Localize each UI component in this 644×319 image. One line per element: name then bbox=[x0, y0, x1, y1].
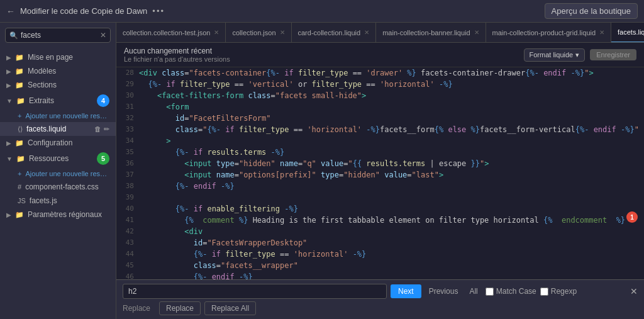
tree-label: Extraits bbox=[29, 96, 93, 105]
folder-icon: 📁 bbox=[16, 155, 25, 163]
tab-facets-liquid[interactable]: facets.liquid ✕ bbox=[611, 23, 644, 43]
replace-label: Replace bbox=[123, 304, 155, 313]
sidebar-search: 🔍 ✕ bbox=[0, 23, 116, 48]
sidebar-item-mise-en-page[interactable]: ▶ 📁 Mise en page bbox=[0, 50, 116, 64]
format-label: Format liquide bbox=[530, 51, 574, 59]
tab-close-icon[interactable]: ✕ bbox=[364, 29, 369, 36]
code-line: 37 <input name="options[prefix]" type="h… bbox=[116, 169, 644, 181]
no-changes-title: Aucun changement récent bbox=[124, 47, 230, 55]
tree-label: Ajouter une nouvelle ressource du... bbox=[25, 170, 109, 177]
code-line: 41 {% comment %} Heading is the first ta… bbox=[116, 215, 644, 226]
replace-all-button[interactable]: Replace All bbox=[204, 301, 256, 315]
tab-collection-test[interactable]: collection.collection-test.json ✕ bbox=[116, 23, 226, 43]
chevron-icon: ▼ bbox=[6, 155, 13, 162]
top-bar-left: ← Modifier le code de Copie de Dawn ••• bbox=[6, 6, 540, 16]
regexp-label[interactable]: Regexp bbox=[540, 287, 577, 296]
previous-button[interactable]: Previous bbox=[425, 284, 462, 298]
sidebar-item-parametres[interactable]: ▶ 📁 Paramètres régionaux bbox=[0, 208, 116, 221]
code-line: 30 <facet-filters-form class="facets sma… bbox=[116, 90, 644, 101]
tree-label: Modèles bbox=[28, 67, 109, 76]
search-input[interactable] bbox=[21, 31, 97, 40]
sidebar-item-add-resource-2[interactable]: + Ajouter une nouvelle ressource du... bbox=[0, 167, 116, 180]
edit-file-button[interactable]: ✏ bbox=[104, 125, 109, 133]
save-button[interactable]: Enregistrer bbox=[590, 49, 636, 60]
tab-label: collection.collection-test.json bbox=[123, 29, 210, 36]
tree-label: facets.liquid bbox=[26, 125, 91, 133]
tree-label: facets.js bbox=[30, 196, 109, 205]
folder-icon: 📁 bbox=[15, 211, 24, 219]
extraits-badge: 4 bbox=[97, 94, 109, 107]
tab-label: main-collection-product-grid.liquid bbox=[492, 29, 596, 36]
folder-icon: 📁 bbox=[15, 81, 24, 89]
preview-button[interactable]: Aperçu de la boutique bbox=[545, 3, 638, 19]
replace-row: Replace Replace Replace All bbox=[123, 301, 638, 315]
code-line: 34 > bbox=[116, 135, 644, 147]
tab-close-icon[interactable]: ✕ bbox=[474, 29, 479, 36]
code-line: 45 class="facets__wrapper" bbox=[116, 260, 644, 271]
no-versions-subtitle: Le fichier n'a pas d'autres versions bbox=[124, 55, 230, 63]
regexp-checkbox[interactable] bbox=[540, 288, 548, 296]
add-icon: + bbox=[18, 112, 21, 120]
more-options-icon[interactable]: ••• bbox=[152, 6, 165, 16]
replace-button[interactable]: Replace bbox=[159, 301, 201, 315]
tree-label: component-facets.css bbox=[25, 182, 109, 191]
sidebar-item-add-resource[interactable]: + Ajouter une nouvelle ressource du... bbox=[0, 109, 116, 122]
chevron-icon: ▶ bbox=[6, 211, 11, 218]
delete-file-button[interactable]: 🗑 bbox=[94, 125, 101, 133]
code-area[interactable]: 28<div class="facets-container{%- if fil… bbox=[116, 67, 644, 279]
tab-main-collection-product-grid[interactable]: main-collection-product-grid.liquid ✕ bbox=[486, 23, 611, 43]
chevron-icon: ▶ bbox=[6, 54, 11, 61]
chevron-icon: ▼ bbox=[6, 98, 13, 104]
sidebar-item-facets-liquid[interactable]: ⟨⟩ facets.liquid 🗑 ✏ bbox=[0, 122, 116, 136]
clear-search-icon[interactable]: ✕ bbox=[100, 31, 106, 40]
sidebar-item-configuration[interactable]: ▶ 📁 Configuration bbox=[0, 136, 116, 150]
tab-collection-json[interactable]: collection.json ✕ bbox=[226, 23, 291, 43]
all-button[interactable]: All bbox=[465, 284, 481, 298]
code-line: 31 <form bbox=[116, 101, 644, 113]
folder-icon: 📁 bbox=[16, 97, 25, 105]
tab-close-icon[interactable]: ✕ bbox=[214, 29, 219, 36]
editor-area: collection.collection-test.json ✕ collec… bbox=[116, 23, 644, 319]
sidebar-item-sections[interactable]: ▶ 📁 Sections bbox=[0, 78, 116, 92]
format-button[interactable]: Format liquide ▾ bbox=[524, 48, 586, 62]
tab-label: card-collection.liquid bbox=[298, 29, 361, 36]
tab-close-icon[interactable]: ✕ bbox=[599, 29, 604, 36]
tab-close-icon[interactable]: ✕ bbox=[280, 29, 285, 36]
info-bar-left: Aucun changement récent Le fichier n'a p… bbox=[124, 47, 230, 63]
folder-icon: 📁 bbox=[15, 53, 24, 62]
tab-label: facets.liquid bbox=[618, 28, 644, 36]
folder-icon: 📁 bbox=[15, 139, 24, 147]
find-close-button[interactable]: ✕ bbox=[630, 286, 638, 296]
tree-label: Paramètres régionaux bbox=[28, 210, 109, 219]
next-button[interactable]: Next bbox=[391, 284, 421, 298]
sidebar-item-extraits[interactable]: ▼ 📁 Extraits 4 bbox=[0, 92, 116, 109]
find-input[interactable] bbox=[123, 284, 387, 299]
tab-main-collection-banner[interactable]: main-collection-banner.liquid ✕ bbox=[376, 23, 486, 43]
sidebar-item-ressources[interactable]: ▼ 📁 Ressources 5 bbox=[0, 150, 116, 167]
match-case-label[interactable]: Match Case bbox=[486, 287, 536, 296]
code-line: 36 <input type="hidden" name="q" value="… bbox=[116, 158, 644, 169]
tab-label: collection.json bbox=[232, 29, 275, 36]
code-line: 35 {%- if results.terms -%} bbox=[116, 147, 644, 158]
back-icon[interactable]: ← bbox=[6, 6, 15, 16]
info-bar-right: Format liquide ▾ Enregistrer bbox=[524, 48, 637, 62]
code-line: 42 <div bbox=[116, 226, 644, 237]
code-line: 32 id="FacetFiltersForm" bbox=[116, 113, 644, 124]
sidebar-item-facets-js[interactable]: JS facets.js bbox=[0, 194, 116, 208]
sidebar-tree: ▶ 📁 Mise en page ▶ 📁 Modèles ▶ 📁 Section… bbox=[0, 48, 116, 319]
file-icon: ⟨⟩ bbox=[18, 125, 23, 133]
code-line: 28<div class="facets-container{%- if fil… bbox=[116, 67, 644, 79]
app-title: Modifier le code de Copie de Dawn bbox=[20, 6, 147, 16]
code-line: 39 bbox=[116, 192, 644, 203]
code-line: 46 {%- endif -%} bbox=[116, 271, 644, 279]
notification-badge: 1 bbox=[626, 211, 638, 223]
code-line: 29 {%- if filter_type == 'vertical' or f… bbox=[116, 79, 644, 90]
sidebar-item-modeles[interactable]: ▶ 📁 Modèles bbox=[0, 64, 116, 78]
main-area: 🔍 ✕ ▶ 📁 Mise en page ▶ 📁 Modèles ▶ 📁 bbox=[0, 23, 644, 319]
code-line: 43 id="FacetsWrapperDesktop" bbox=[116, 237, 644, 249]
tab-card-collection[interactable]: card-collection.liquid ✕ bbox=[292, 23, 377, 43]
match-case-checkbox[interactable] bbox=[486, 288, 494, 296]
sidebar-item-component-facets-css[interactable]: # component-facets.css bbox=[0, 180, 116, 194]
ressources-badge: 5 bbox=[97, 152, 109, 165]
code-line: 40 {%- if enable_filtering -%} bbox=[116, 203, 644, 215]
